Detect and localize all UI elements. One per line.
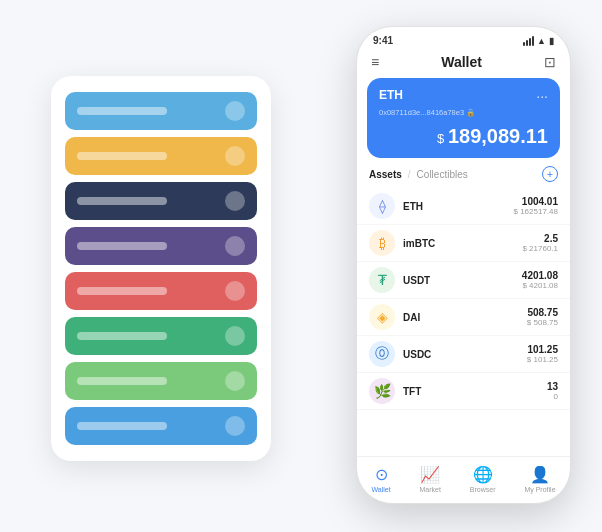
asset-name-tft: TFT xyxy=(403,386,547,397)
bottom-nav: ⊙ Wallet 📈 Market 🌐 Browser 👤 My Profile xyxy=(357,456,570,503)
nav-label-2: Browser xyxy=(470,486,496,493)
eth-balance-value: 189,089.11 xyxy=(448,125,548,147)
asset-icon-dai: ◈ xyxy=(369,304,395,330)
scan-icon[interactable]: ⊡ xyxy=(544,54,556,70)
color-row-5 xyxy=(65,272,257,310)
menu-icon[interactable]: ≡ xyxy=(371,54,379,70)
add-asset-button[interactable]: + xyxy=(542,166,558,182)
asset-icon-usdt: ₮ xyxy=(369,267,395,293)
nav-icon-3: 👤 xyxy=(530,465,550,484)
phone-title: Wallet xyxy=(441,54,482,70)
wifi-icon: ▲ xyxy=(537,36,546,46)
nav-item-market[interactable]: 📈 Market xyxy=(420,465,441,493)
asset-usd-usdc: $ 101.25 xyxy=(527,355,558,364)
asset-usd-imbtc: $ 21760.1 xyxy=(522,244,558,253)
color-row-1 xyxy=(65,92,257,130)
row-text-4 xyxy=(77,242,167,250)
eth-address: 0x08711d3e...8416a78e3 🔒 xyxy=(379,108,548,117)
tab-collectibles[interactable]: Collectibles xyxy=(417,169,468,180)
eth-card-coin: ETH xyxy=(379,88,403,102)
nav-label-1: Market xyxy=(420,486,441,493)
row-text-6 xyxy=(77,332,167,340)
asset-usd-usdt: $ 4201.08 xyxy=(522,281,558,290)
asset-name-usdt: USDT xyxy=(403,275,522,286)
phone-mockup: 9:41 ▲ ▮ ≡ Wallet ⊡ ETH ··· xyxy=(356,26,571,504)
nav-item-browser[interactable]: 🌐 Browser xyxy=(470,465,496,493)
asset-item-usdt[interactable]: ₮ USDT 4201.08 $ 4201.08 xyxy=(357,262,570,299)
more-options-icon[interactable]: ··· xyxy=(536,88,548,104)
status-icons: ▲ ▮ xyxy=(523,36,554,46)
color-row-8 xyxy=(65,407,257,445)
nav-item-my-profile[interactable]: 👤 My Profile xyxy=(524,465,555,493)
asset-icon-usdc: ⓪ xyxy=(369,341,395,367)
row-icon-1 xyxy=(225,101,245,121)
asset-item-dai[interactable]: ◈ DAI 508.75 $ 508.75 xyxy=(357,299,570,336)
asset-name-usdc: USDC xyxy=(403,349,527,360)
color-row-6 xyxy=(65,317,257,355)
nav-icon-0: ⊙ xyxy=(375,465,388,484)
color-row-3 xyxy=(65,182,257,220)
status-time: 9:41 xyxy=(373,35,393,46)
row-icon-2 xyxy=(225,146,245,166)
nav-label-0: Wallet xyxy=(371,486,390,493)
asset-name-dai: DAI xyxy=(403,312,527,323)
eth-card[interactable]: ETH ··· 0x08711d3e...8416a78e3 🔒 $ 189,0… xyxy=(367,78,560,158)
asset-item-eth[interactable]: ⟠ ETH 1004.01 $ 162517.48 xyxy=(357,188,570,225)
row-icon-5 xyxy=(225,281,245,301)
asset-list: ⟠ ETH 1004.01 $ 162517.48 ₿ imBTC 2.5 $ … xyxy=(357,188,570,456)
assets-tabs: Assets / Collectibles xyxy=(369,169,468,180)
color-row-2 xyxy=(65,137,257,175)
eth-card-top: ETH ··· xyxy=(379,88,548,104)
asset-item-tft[interactable]: 🌿 TFT 13 0 xyxy=(357,373,570,410)
asset-amount-tft: 13 xyxy=(547,381,558,392)
nav-item-wallet[interactable]: ⊙ Wallet xyxy=(371,465,390,493)
bg-card xyxy=(51,76,271,461)
eth-balance: $ 189,089.11 xyxy=(379,125,548,148)
nav-icon-1: 📈 xyxy=(420,465,440,484)
nav-icon-2: 🌐 xyxy=(473,465,493,484)
row-icon-6 xyxy=(225,326,245,346)
row-icon-8 xyxy=(225,416,245,436)
asset-name-eth: ETH xyxy=(403,201,514,212)
row-text-7 xyxy=(77,377,167,385)
row-icon-3 xyxy=(225,191,245,211)
asset-amount-eth: 1004.01 xyxy=(514,196,559,207)
battery-icon: ▮ xyxy=(549,36,554,46)
color-row-4 xyxy=(65,227,257,265)
asset-icon-imbtc: ₿ xyxy=(369,230,395,256)
asset-amount-usdt: 4201.08 xyxy=(522,270,558,281)
asset-values-dai: 508.75 $ 508.75 xyxy=(527,307,558,327)
asset-name-imbtc: imBTC xyxy=(403,238,522,249)
row-text-3 xyxy=(77,197,167,205)
asset-item-usdc[interactable]: ⓪ USDC 101.25 $ 101.25 xyxy=(357,336,570,373)
assets-header: Assets / Collectibles + xyxy=(357,166,570,188)
row-text-1 xyxy=(77,107,167,115)
asset-usd-tft: 0 xyxy=(547,392,558,401)
tab-assets[interactable]: Assets xyxy=(369,169,402,180)
asset-usd-eth: $ 162517.48 xyxy=(514,207,559,216)
asset-amount-dai: 508.75 xyxy=(527,307,558,318)
row-text-2 xyxy=(77,152,167,160)
status-bar: 9:41 ▲ ▮ xyxy=(357,27,570,50)
tab-divider: / xyxy=(408,169,411,180)
asset-values-imbtc: 2.5 $ 21760.1 xyxy=(522,233,558,253)
asset-values-tft: 13 0 xyxy=(547,381,558,401)
row-text-5 xyxy=(77,287,167,295)
asset-usd-dai: $ 508.75 xyxy=(527,318,558,327)
asset-icon-tft: 🌿 xyxy=(369,378,395,404)
phone-header: ≡ Wallet ⊡ xyxy=(357,50,570,78)
row-icon-4 xyxy=(225,236,245,256)
signal-icon xyxy=(523,36,534,46)
color-row-7 xyxy=(65,362,257,400)
asset-values-usdt: 4201.08 $ 4201.08 xyxy=(522,270,558,290)
nav-label-3: My Profile xyxy=(524,486,555,493)
asset-values-eth: 1004.01 $ 162517.48 xyxy=(514,196,559,216)
asset-amount-imbtc: 2.5 xyxy=(522,233,558,244)
asset-item-imbtc[interactable]: ₿ imBTC 2.5 $ 21760.1 xyxy=(357,225,570,262)
row-icon-7 xyxy=(225,371,245,391)
asset-amount-usdc: 101.25 xyxy=(527,344,558,355)
asset-values-usdc: 101.25 $ 101.25 xyxy=(527,344,558,364)
row-text-8 xyxy=(77,422,167,430)
currency-sign: $ xyxy=(437,131,448,146)
asset-icon-eth: ⟠ xyxy=(369,193,395,219)
